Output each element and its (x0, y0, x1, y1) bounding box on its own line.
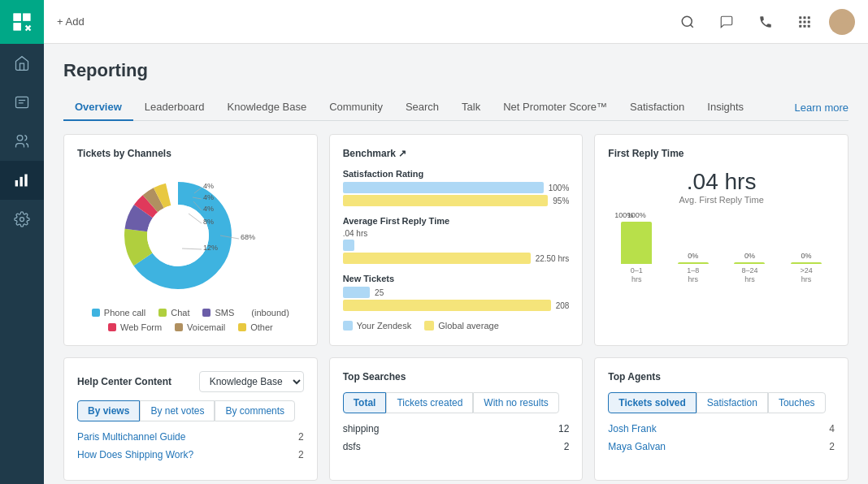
frt-bar-0 (621, 222, 652, 264)
grid-button[interactable] (790, 7, 819, 37)
user-avatar[interactable] (829, 9, 855, 35)
frt-bar-chart: 100% 100% 0–1hrs 0% 1–8hrs 0% (608, 211, 835, 300)
chat-button[interactable] (712, 7, 741, 37)
legend-sms: SMS (202, 308, 234, 318)
afrt-section: Average First Reply Time .04 hrs 22.50 h… (343, 216, 570, 264)
tab-overview[interactable]: Overview (63, 94, 133, 121)
svg-point-31 (147, 205, 209, 266)
sidebar-item-home[interactable] (0, 44, 44, 83)
benchmark-legend: Your Zendesk Global average (343, 321, 570, 331)
svg-rect-23 (808, 24, 810, 27)
search-button[interactable] (673, 7, 702, 37)
frt-y-label: 100% (614, 211, 633, 219)
legend-label-global: Global average (438, 321, 499, 331)
tab-community[interactable]: Community (318, 94, 394, 121)
new-tickets-your-bar (343, 287, 370, 298)
add-button[interactable]: + Add (57, 15, 85, 28)
benchmark-card: Benchmark ↗ Satisfaction Rating 100% 95% (329, 134, 584, 346)
svg-rect-17 (808, 16, 810, 19)
legend-global-avg: Global average (424, 321, 499, 331)
ta-item-0: Josh Frank 4 (608, 423, 835, 434)
satisfaction-label: Satisfaction Rating (343, 169, 570, 179)
help-center-select[interactable]: Knowledge Base (199, 371, 304, 392)
svg-rect-11 (24, 175, 27, 187)
svg-rect-18 (799, 20, 801, 23)
donut-chart: 4% 4% 4% 8% 12% 68% (117, 169, 263, 299)
afrt-global-val: 22.50 hrs (536, 254, 570, 263)
tab-satisfaction[interactable]: Satisfaction (618, 94, 696, 121)
svg-rect-5 (16, 97, 28, 107)
first-reply-time-card: First Reply Time .04 hrs Avg. First Repl… (594, 134, 848, 346)
legend-label-your: Your Zendesk (357, 321, 411, 331)
svg-point-8 (17, 136, 23, 141)
ts-tab-tickets[interactable]: Tickets created (386, 392, 473, 413)
pct-label-8: 8% (203, 218, 214, 226)
tab-search[interactable]: Search (394, 94, 450, 121)
legend-dot-voicemail (175, 323, 183, 331)
phone-button[interactable] (751, 7, 780, 37)
pct-label-4c: 4% (203, 205, 214, 213)
hc-link-1[interactable]: How Does Shipping Work? (77, 449, 193, 460)
satisfaction-global-val: 95% (553, 197, 569, 205)
hc-link-0[interactable]: Paris Multichannel Guide (77, 431, 185, 443)
tab-nps[interactable]: Net Promoter Score™ (492, 94, 618, 121)
sidebar-item-users[interactable] (0, 122, 44, 161)
ta-tab-satisfaction[interactable]: Satisfaction (697, 392, 768, 413)
ta-agent-link-1[interactable]: Maya Galvan (608, 441, 666, 452)
tab-knowledge-base[interactable]: Knowledge Base (216, 94, 319, 121)
legend-label-phone: Phone call (104, 308, 145, 318)
top-searches-tabs: Total Tickets created With no results (343, 392, 570, 413)
afrt-global-bar (343, 253, 531, 264)
pct-label-4a: 4% (203, 182, 214, 190)
svg-rect-9 (15, 180, 18, 187)
sidebar-item-settings[interactable] (0, 200, 44, 239)
tab-insights[interactable]: Insights (696, 94, 755, 121)
hc-tab-votes[interactable]: By net votes (140, 400, 215, 421)
frt-bar-1 (678, 262, 709, 264)
ta-tab-touches[interactable]: Touches (768, 392, 826, 413)
cards-row-2: Help Center Content Knowledge Base By vi… (63, 357, 848, 481)
ts-tab-noresults[interactable]: With no results (473, 392, 558, 413)
svg-point-13 (682, 16, 692, 26)
legend-sq-global (424, 321, 434, 331)
svg-rect-22 (804, 24, 806, 27)
pct-label-4b: 4% (203, 193, 214, 201)
sidebar (0, 0, 44, 484)
tab-leaderboard[interactable]: Leaderboard (133, 94, 216, 121)
legend-dot-chat (158, 309, 167, 317)
hc-count-0: 2 (298, 431, 304, 443)
afrt-label: Average First Reply Time (343, 216, 570, 226)
ta-count-1: 2 (829, 441, 835, 452)
legend-sq-your (343, 321, 353, 331)
sidebar-item-tickets[interactable] (0, 83, 44, 122)
legend-label-webform: Web Form (120, 322, 162, 332)
afrt-your-bar (343, 240, 354, 251)
svg-point-12 (20, 218, 24, 222)
sidebar-item-reports[interactable] (0, 161, 44, 200)
learn-more-link[interactable]: Learn more (795, 95, 848, 120)
ts-term-0: shipping (343, 423, 380, 434)
svg-rect-10 (20, 177, 23, 187)
top-searches-card: Top Searches Total Tickets created With … (329, 357, 584, 481)
ta-tab-solved[interactable]: Tickets solved (608, 392, 697, 413)
ta-agent-link-0[interactable]: Josh Frank (608, 423, 656, 434)
top-agents-card: Top Agents Tickets solved Satisfaction T… (594, 357, 848, 481)
frt-bar-2 (734, 262, 765, 264)
help-center-header: Help Center Content Knowledge Base (77, 371, 304, 392)
legend-phone-inbound: (inbound) (247, 308, 289, 318)
ts-count-0: 12 (558, 423, 569, 434)
tab-talk[interactable]: Talk (450, 94, 492, 121)
hc-tab-comments[interactable]: By comments (215, 400, 295, 421)
legend-dot-phone (92, 309, 100, 317)
satisfaction-global-bar (343, 195, 549, 206)
main-area: + Add Reporting Overview Leaderboard Kno… (44, 0, 868, 484)
hc-tab-views[interactable]: By views (77, 400, 140, 421)
sidebar-logo[interactable] (0, 0, 44, 44)
hc-item-1: How Does Shipping Work? 2 (77, 449, 304, 460)
ts-tab-total[interactable]: Total (343, 392, 387, 413)
frt-bar-3 (791, 262, 822, 264)
ts-count-1: 2 (564, 441, 570, 452)
page-content: Reporting Overview Leaderboard Knowledge… (44, 44, 868, 484)
legend-other: Other (238, 322, 273, 332)
cards-row-1: Tickets by Channels (63, 134, 848, 346)
